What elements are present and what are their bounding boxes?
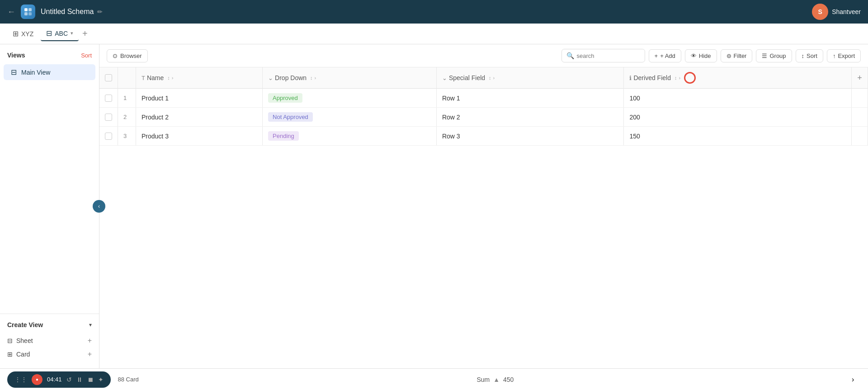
navbar-left: ← Untitled Schema ✏: [7, 5, 103, 19]
filter-label: Filter: [734, 52, 747, 59]
row1-derived: 100: [624, 89, 852, 108]
search-input[interactable]: [577, 52, 640, 59]
dropdown-col-icon: ⌄: [268, 75, 273, 81]
username: Shantveer: [832, 8, 861, 15]
card-count-label: 88 Card: [118, 376, 139, 383]
dropdown-expand-icon[interactable]: ›: [315, 75, 316, 81]
col-derived-label: Derived Field: [633, 74, 670, 81]
row2-name: Product 2: [136, 108, 263, 127]
name-expand-icon[interactable]: ›: [172, 75, 174, 81]
export-button[interactable]: ↑ Export: [827, 49, 861, 62]
row1-num: 1: [118, 89, 136, 108]
add-icon: +: [655, 52, 658, 59]
pause-button[interactable]: ⏸: [76, 376, 83, 383]
edit-title-icon[interactable]: ✏: [97, 8, 103, 15]
hide-button[interactable]: 👁 Hide: [685, 49, 717, 62]
red-circle-indicator[interactable]: [684, 72, 696, 84]
row3-extra: [852, 127, 868, 146]
content-area: ⊙ Browser 🔍 + + Add 👁 Hide ⊜: [99, 44, 868, 368]
add-tab-button[interactable]: +: [80, 27, 90, 41]
special-sort-icon[interactable]: ↕: [489, 75, 491, 81]
bottom-bar-left: ⋮⋮ ● 04:41 ↺ ⏸ ⏹ ✦ 88 Card: [7, 371, 139, 388]
back-button[interactable]: ←: [7, 7, 15, 17]
add-button[interactable]: + + Add: [649, 49, 681, 62]
sort-label: Sort: [807, 52, 817, 59]
sidebar-bottom: Create View ▾ ⊟ Sheet + ⊞ Card +: [0, 314, 99, 368]
scroll-right-indicator[interactable]: ›: [852, 376, 861, 384]
view-type-sheet[interactable]: ⊟ Sheet +: [7, 334, 92, 347]
table-row: 2 Product 2 Not Approved Row 2 200: [99, 108, 868, 127]
sum-label: Sum: [476, 376, 490, 383]
play-button[interactable]: ●: [32, 374, 42, 385]
table-container: T Name ↕ › ⌄ Drop Down ↕ ›: [99, 67, 868, 368]
table-row: 3 Product 3 Pending Row 3 150: [99, 127, 868, 146]
row3-num: 3: [118, 127, 136, 146]
sort-icon: ↕: [802, 52, 805, 59]
col-name-label: Name: [147, 74, 164, 81]
toolbar: ⊙ Browser 🔍 + + Add 👁 Hide ⊜: [99, 44, 868, 67]
sheet-label: Sheet: [16, 337, 33, 344]
filter-button[interactable]: ⊜ Filter: [721, 49, 753, 62]
row3-name: Product 3: [136, 127, 263, 146]
avatar: S: [812, 4, 828, 20]
sidebar-views-title: Views: [7, 52, 25, 59]
col-checkbox: [99, 67, 118, 89]
sidebar-collapse-button[interactable]: ‹: [93, 200, 105, 213]
col-derived: ℹ Derived Field ↕ ›: [624, 67, 852, 89]
hide-label: Hide: [699, 52, 711, 59]
sort-button[interactable]: ↕ Sort: [796, 49, 823, 62]
row2-special: Row 2: [436, 108, 624, 127]
row2-checkbox-cell: [99, 108, 118, 127]
playback-controls: ⋮⋮ ● 04:41 ↺ ⏸ ⏹ ✦: [7, 371, 111, 388]
toolbar-right: 🔍 + + Add 👁 Hide ⊜ Filter ☰ Group: [561, 49, 861, 62]
browser-button[interactable]: ⊙ Browser: [107, 49, 148, 62]
search-icon: 🔍: [566, 52, 574, 59]
dropdown-sort-icon[interactable]: ↕: [310, 75, 313, 81]
toolbar-left: ⊙ Browser: [107, 49, 148, 62]
add-column-button[interactable]: +: [852, 67, 868, 89]
svg-rect-1: [28, 8, 32, 11]
row2-dropdown-badge: Not Approved: [268, 112, 313, 122]
row1-extra: [852, 89, 868, 108]
row2-derived: 200: [624, 108, 852, 127]
view-type-card[interactable]: ⊞ Card +: [7, 347, 92, 361]
drag-handle-icon[interactable]: ⋮⋮: [14, 376, 27, 383]
sidebar-item-main-view-label: Main View: [21, 69, 50, 76]
hide-icon: 👁: [691, 52, 697, 59]
filter-icon: ⊜: [726, 52, 731, 59]
tab-xyz[interactable]: ⊞ XYZ: [7, 27, 39, 41]
tab-xyz-label: XYZ: [21, 30, 33, 38]
sidebar-item-main-view[interactable]: ⊟ Main View: [4, 64, 95, 80]
row3-checkbox[interactable]: [105, 133, 112, 140]
col-special-label: Special Field: [449, 74, 485, 81]
group-button[interactable]: ☰ Group: [756, 49, 792, 62]
sidebar: Views Sort ⊟ Main View Create View ▾ ⊟ S…: [0, 44, 99, 368]
add-card-button[interactable]: +: [88, 350, 92, 358]
card-icon: ⊞: [7, 351, 13, 358]
row1-checkbox-cell: [99, 89, 118, 108]
create-view-header[interactable]: Create View ▾: [7, 321, 92, 328]
bottom-bar: ⋮⋮ ● 04:41 ↺ ⏸ ⏹ ✦ 88 Card Sum ▲ 450 ›: [0, 368, 868, 390]
sum-value: 450: [503, 376, 514, 383]
sidebar-sort-button[interactable]: Sort: [81, 52, 92, 59]
app-logo: [21, 5, 35, 19]
effects-button[interactable]: ✦: [98, 376, 104, 383]
group-icon: ☰: [762, 52, 767, 59]
derived-expand-icon[interactable]: ›: [679, 75, 680, 81]
header-checkbox[interactable]: [105, 74, 112, 81]
add-sheet-button[interactable]: +: [88, 337, 92, 345]
row2-checkbox[interactable]: [105, 114, 112, 121]
stop-button[interactable]: ⏹: [87, 376, 94, 383]
rewind-button[interactable]: ↺: [66, 376, 72, 383]
main-view-icon: ⊟: [11, 68, 17, 76]
col-dropdown: ⌄ Drop Down ↕ ›: [263, 67, 437, 89]
export-label: Export: [838, 52, 855, 59]
tab-abc[interactable]: ⊟ ABC ▾: [41, 26, 79, 41]
special-expand-icon[interactable]: ›: [493, 75, 495, 81]
row1-checkbox[interactable]: [105, 95, 112, 102]
name-sort-icon[interactable]: ↕: [167, 75, 170, 81]
sum-caret-icon[interactable]: ▲: [493, 376, 500, 383]
derived-sort-icon[interactable]: ↕: [675, 75, 677, 81]
group-label: Group: [769, 52, 786, 59]
col-name: T Name ↕ ›: [136, 67, 263, 89]
